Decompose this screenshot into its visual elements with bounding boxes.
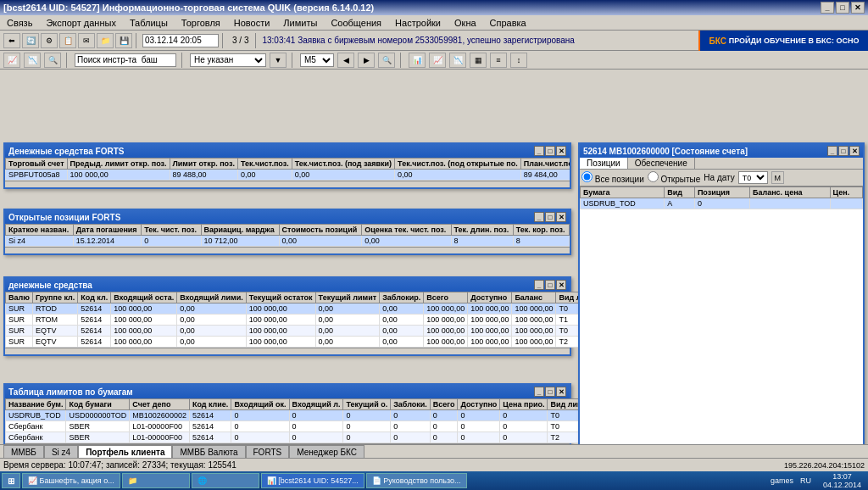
panel-acc-max[interactable]: □ bbox=[838, 146, 849, 156]
panel-table-limits-header[interactable]: Таблица лимитов по бумагам _ □ ✕ bbox=[5, 385, 570, 398]
search-input[interactable] bbox=[75, 53, 176, 67]
col-lim-teko: Текущий о. bbox=[343, 399, 391, 410]
col-torgshet: Торговый счет bbox=[6, 159, 68, 170]
panel-acc-close[interactable]: ✕ bbox=[849, 146, 860, 156]
tb2-btn1[interactable]: 📈 bbox=[3, 53, 20, 68]
panel-lim-max[interactable]: □ bbox=[545, 387, 555, 397]
dropdown-market[interactable]: Не указан bbox=[190, 53, 266, 67]
tb2-chart5[interactable]: ≡ bbox=[490, 53, 507, 68]
table-row[interactable]: SUREQTV52614 100 000,000,00 100 000,000,… bbox=[6, 337, 604, 348]
tb2-btn3[interactable]: 🔍 bbox=[44, 53, 61, 68]
den-sredstva2-hscroll[interactable] bbox=[5, 348, 570, 354]
menu-news[interactable]: Новости bbox=[231, 17, 274, 29]
tb-btn-2[interactable]: 🔄 bbox=[22, 33, 39, 48]
cell-planchist: 89 484,00 bbox=[520, 170, 570, 181]
menu-svyaz[interactable]: Связь bbox=[3, 17, 36, 29]
tab-pozitsii[interactable]: Позиции bbox=[580, 158, 628, 169]
col-vhod-ost: Входящий оста. bbox=[111, 292, 177, 303]
tab-mmvb[interactable]: ММВБ bbox=[3, 445, 44, 458]
table-row[interactable]: СбербанкSBER L01-00000F0052614 000 000 0… bbox=[6, 432, 593, 443]
date-select[interactable]: T0 bbox=[738, 171, 768, 184]
tb-btn-4[interactable]: 📋 bbox=[59, 33, 76, 48]
date-input[interactable] bbox=[142, 34, 219, 47]
start-button[interactable]: ⊞ bbox=[2, 473, 20, 488]
tab-portfolio[interactable]: Портфель клиента bbox=[78, 445, 172, 458]
col-balans: Баланс bbox=[512, 292, 556, 303]
panel-den2-max[interactable]: □ bbox=[545, 280, 555, 290]
table-row[interactable]: SUREQTV52614 100 000,000,00 100 000,000,… bbox=[6, 326, 604, 337]
col-tekchist: Тек.чист.поз. bbox=[237, 159, 292, 170]
menu-settings[interactable]: Настройки bbox=[392, 17, 444, 29]
tab-forts[interactable]: FORTS bbox=[246, 445, 290, 458]
col-valyu: Валю bbox=[6, 292, 33, 303]
den-sredstva-forts-hscroll[interactable] bbox=[5, 181, 570, 187]
col-vhod-lim: Входящий лими. bbox=[177, 292, 247, 303]
panel-open-positions-header[interactable]: Открытые позиции FORTS _ □ ✕ bbox=[5, 210, 570, 224]
taskbar-clock: 13:07 04.12.2014 bbox=[818, 472, 866, 489]
tab-obespechenie[interactable]: Обеспечение bbox=[628, 158, 695, 169]
menu-trading[interactable]: Торговля bbox=[178, 17, 224, 29]
taskbar-item-bashneft[interactable]: 📈 Башнефть, акция о... bbox=[22, 473, 120, 488]
table-row[interactable]: СбербанкSBER L01-00000F0052614 000 000 0… bbox=[6, 421, 593, 432]
tb2-btn5[interactable]: ▶ bbox=[358, 53, 375, 68]
panel-den2-min[interactable]: _ bbox=[534, 280, 544, 290]
menu-limits[interactable]: Лимиты bbox=[280, 17, 320, 29]
panel-den-sredstva2-header[interactable]: денежные средства _ □ ✕ bbox=[5, 278, 570, 292]
table-row[interactable]: USDRUB_TOD A 0 bbox=[581, 198, 863, 209]
menu-export[interactable]: Экспорт данных bbox=[42, 17, 119, 29]
table-row[interactable]: USDRUB_TODUSD000000TOD MB100260000252614… bbox=[6, 410, 593, 421]
tb2-zoom[interactable]: 🔍 bbox=[378, 53, 395, 68]
panel-den-sredstva-forts-header[interactable]: Денежные средства FORTS _ □ ✕ bbox=[5, 144, 570, 158]
taskbar-item-label-1: Башнефть, акция о... bbox=[40, 476, 114, 485]
tb2-chart4[interactable]: ▦ bbox=[470, 53, 487, 68]
panel-open-pos-min[interactable]: _ bbox=[534, 212, 544, 222]
col-lim-vhol: Входящий л. bbox=[289, 399, 343, 410]
panel-den-sredstva-max[interactable]: □ bbox=[545, 146, 555, 156]
tb-btn-3[interactable]: ⚙ bbox=[41, 33, 58, 48]
table-row[interactable]: Si z4 15.12.2014 0 10 712,00 0,00 0,00 8… bbox=[6, 236, 570, 247]
panel-account-state-header[interactable]: 52614 MB1002600000 [Состояние счета] _ □… bbox=[580, 144, 863, 158]
tb2-chart3[interactable]: 📉 bbox=[449, 53, 466, 68]
panel-den2-close[interactable]: ✕ bbox=[556, 280, 566, 290]
panel-open-pos-max[interactable]: □ bbox=[545, 212, 555, 222]
radio-open-positions[interactable] bbox=[648, 171, 659, 182]
dropdown-period[interactable]: M5 bbox=[300, 53, 334, 67]
tb-btn-5[interactable]: ✉ bbox=[78, 33, 95, 48]
panel-den-sredstva-close[interactable]: ✕ bbox=[556, 146, 566, 156]
menu-help[interactable]: Справка bbox=[487, 17, 530, 29]
taskbar-item-guide[interactable]: 📄 Руководство пользо... bbox=[366, 473, 467, 488]
taskbar-item-folder[interactable]: 📁 bbox=[122, 473, 190, 488]
maximize-btn[interactable]: □ bbox=[836, 2, 849, 14]
panel-lim-min[interactable]: _ bbox=[534, 387, 544, 397]
tab-siz4[interactable]: Si z4 bbox=[44, 445, 78, 458]
tb-btn-6[interactable]: 📁 bbox=[97, 33, 114, 48]
menu-tables[interactable]: Таблицы bbox=[126, 17, 171, 29]
tb2-btn4[interactable]: ◀ bbox=[337, 53, 354, 68]
tb2-btn2[interactable]: 📉 bbox=[24, 53, 41, 68]
radio-all-positions[interactable] bbox=[581, 171, 593, 182]
panel-open-pos-close[interactable]: ✕ bbox=[556, 212, 566, 222]
panel-acc-min[interactable]: _ bbox=[827, 146, 837, 156]
close-btn[interactable]: ✕ bbox=[851, 2, 865, 14]
panel-lim-close[interactable]: ✕ bbox=[556, 387, 566, 397]
tb2-chart6[interactable]: ↕ bbox=[510, 53, 527, 68]
table-row[interactable]: SPBFUT005a8 100 000,00 89 488,00 0,00 0,… bbox=[6, 170, 570, 181]
table-row[interactable]: SURRTOM52614 100 000,000,00 100 000,000,… bbox=[6, 315, 604, 326]
panel-den-sredstva-min[interactable]: _ bbox=[534, 146, 544, 156]
tab-mmvb-valuta[interactable]: ММВБ Валюта bbox=[172, 445, 245, 458]
m-btn[interactable]: M bbox=[771, 171, 784, 184]
taskbar-item-browser[interactable]: 🌐 bbox=[192, 473, 259, 488]
tb-btn-7[interactable]: 💾 bbox=[115, 33, 132, 48]
tb2-chart1[interactable]: 📊 bbox=[409, 53, 426, 68]
minimize-btn[interactable]: _ bbox=[821, 2, 834, 14]
tab-manager-bks[interactable]: Менеджер БКС bbox=[289, 445, 364, 458]
taskbar-item-quik[interactable]: 📊 [bcst2614 UID: 54527... bbox=[261, 473, 364, 488]
menu-messages[interactable]: Сообщения bbox=[327, 17, 385, 29]
menu-windows[interactable]: Окна bbox=[451, 17, 480, 29]
tb2-dropdown-btn[interactable]: ▼ bbox=[270, 53, 287, 68]
date-label: На дату bbox=[704, 173, 734, 182]
table-row[interactable]: SURRTOD52614 100 000,000,00 100 000,000,… bbox=[6, 303, 604, 315]
tb2-chart2[interactable]: 📈 bbox=[429, 53, 446, 68]
tb-btn-1[interactable]: ⬅ bbox=[3, 33, 20, 48]
open-pos-hscroll[interactable] bbox=[5, 247, 570, 253]
